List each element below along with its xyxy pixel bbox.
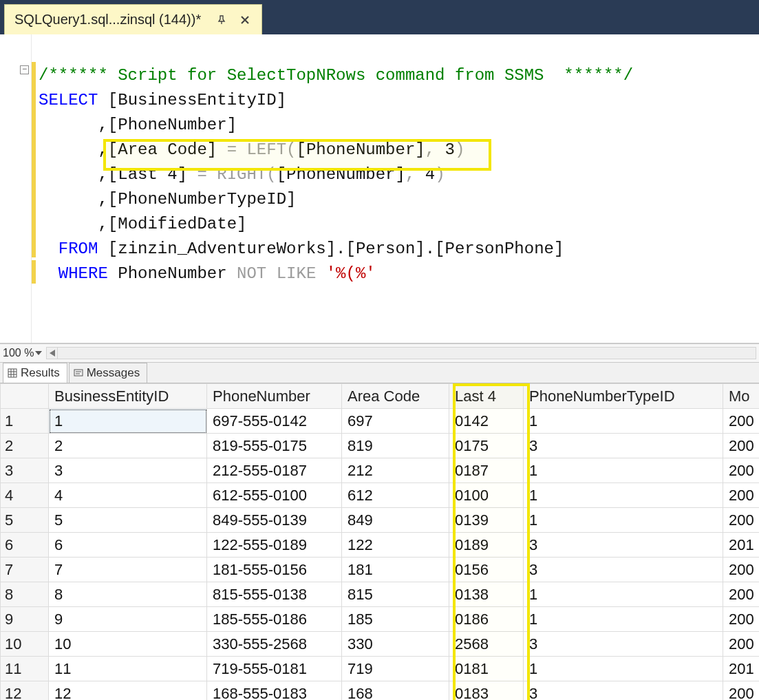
tab-results[interactable]: Results	[3, 363, 67, 383]
cell-beid[interactable]: 3	[49, 458, 207, 483]
table-row[interactable]: 77181-555-015618101563200	[1, 558, 760, 582]
cell-mod[interactable]: 200	[723, 632, 760, 657]
cell-last4[interactable]: 0156	[449, 558, 524, 582]
cell-ptype[interactable]: 1	[524, 483, 723, 508]
table-row[interactable]: 1111719-555-018171901811201	[1, 657, 760, 681]
cell-beid[interactable]: 1	[49, 409, 207, 434]
cell-phone[interactable]: 181-555-0156	[207, 558, 342, 582]
cell-ptype[interactable]: 3	[524, 632, 723, 657]
cell-last4[interactable]: 0138	[449, 582, 524, 607]
cell-area[interactable]: 330	[342, 632, 449, 657]
zoom-dropdown[interactable]: 100 %	[3, 347, 43, 359]
cell-mod[interactable]: 200	[723, 558, 760, 582]
cell-area[interactable]: 697	[342, 409, 449, 434]
rownum[interactable]: 9	[1, 607, 49, 632]
rownum[interactable]: 10	[1, 632, 49, 657]
cell-phone[interactable]: 612-555-0100	[207, 483, 342, 508]
cell-phone[interactable]: 849-555-0139	[207, 508, 342, 533]
cell-beid[interactable]: 6	[49, 533, 207, 558]
cell-area[interactable]: 168	[342, 681, 449, 701]
rownum[interactable]: 8	[1, 582, 49, 607]
cell-phone[interactable]: 330-555-2568	[207, 632, 342, 657]
table-row[interactable]: 99185-555-018618501861200	[1, 607, 760, 632]
cell-area[interactable]: 185	[342, 607, 449, 632]
cell-beid[interactable]: 10	[49, 632, 207, 657]
cell-last4[interactable]: 0187	[449, 458, 524, 483]
document-tab[interactable]: SQLQuery1.sql...zinsql (144))*	[4, 4, 262, 34]
header-rownum[interactable]	[1, 384, 49, 409]
rownum[interactable]: 2	[1, 434, 49, 458]
cell-last4[interactable]: 0181	[449, 657, 524, 681]
cell-mod[interactable]: 200	[723, 607, 760, 632]
cell-last4[interactable]: 2568	[449, 632, 524, 657]
cell-last4[interactable]: 0142	[449, 409, 524, 434]
rownum[interactable]: 3	[1, 458, 49, 483]
cell-ptype[interactable]: 3	[524, 533, 723, 558]
cell-beid[interactable]: 4	[49, 483, 207, 508]
cell-ptype[interactable]: 1	[524, 508, 723, 533]
cell-area[interactable]: 122	[342, 533, 449, 558]
cell-ptype[interactable]: 1	[524, 409, 723, 434]
cell-last4[interactable]: 0139	[449, 508, 524, 533]
cell-mod[interactable]: 200	[723, 483, 760, 508]
rownum[interactable]: 1	[1, 409, 49, 434]
table-row[interactable]: 55849-555-013984901391200	[1, 508, 760, 533]
cell-ptype[interactable]: 1	[524, 582, 723, 607]
header-phonenumbertypeid[interactable]: PhoneNumberTypeID	[524, 384, 723, 409]
cell-area[interactable]: 819	[342, 434, 449, 458]
results-grid[interactable]: BusinessEntityID PhoneNumber Area Code L…	[0, 383, 759, 700]
cell-area[interactable]: 612	[342, 483, 449, 508]
cell-last4[interactable]: 0175	[449, 434, 524, 458]
cell-phone[interactable]: 697-555-0142	[207, 409, 342, 434]
cell-last4[interactable]: 0186	[449, 607, 524, 632]
cell-mod[interactable]: 201	[723, 657, 760, 681]
table-row[interactable]: 22819-555-017581901753200	[1, 434, 760, 458]
cell-beid[interactable]: 11	[49, 657, 207, 681]
cell-beid[interactable]: 8	[49, 582, 207, 607]
cell-ptype[interactable]: 3	[524, 434, 723, 458]
cell-phone[interactable]: 815-555-0138	[207, 582, 342, 607]
cell-area[interactable]: 212	[342, 458, 449, 483]
cell-mod[interactable]: 200	[723, 409, 760, 434]
cell-ptype[interactable]: 1	[524, 607, 723, 632]
cell-mod[interactable]: 200	[723, 458, 760, 483]
header-businessentityid[interactable]: BusinessEntityID	[49, 384, 207, 409]
rownum[interactable]: 12	[1, 681, 49, 701]
cell-phone[interactable]: 185-555-0186	[207, 607, 342, 632]
rownum[interactable]: 5	[1, 508, 49, 533]
cell-ptype[interactable]: 1	[524, 458, 723, 483]
rownum[interactable]: 4	[1, 483, 49, 508]
cell-area[interactable]: 849	[342, 508, 449, 533]
cell-ptype[interactable]: 1	[524, 657, 723, 681]
header-phonenumber[interactable]: PhoneNumber	[207, 384, 342, 409]
cell-beid[interactable]: 7	[49, 558, 207, 582]
scroll-left-icon[interactable]	[47, 348, 58, 359]
header-areacode[interactable]: Area Code	[342, 384, 449, 409]
header-last4[interactable]: Last 4	[449, 384, 524, 409]
tab-messages[interactable]: Messages	[69, 363, 147, 383]
rownum[interactable]: 6	[1, 533, 49, 558]
header-modifieddate[interactable]: Mo	[723, 384, 760, 409]
cell-last4[interactable]: 0100	[449, 483, 524, 508]
cell-last4[interactable]: 0189	[449, 533, 524, 558]
table-row[interactable]: 11697-555-014269701421200	[1, 409, 760, 434]
cell-ptype[interactable]: 3	[524, 681, 723, 701]
table-row[interactable]: 1212168-555-018316801833200	[1, 681, 760, 701]
sql-editor[interactable]: /****** Script for SelectTopNRows comman…	[32, 34, 759, 343]
cell-mod[interactable]: 201	[723, 533, 760, 558]
rownum[interactable]: 11	[1, 657, 49, 681]
cell-beid[interactable]: 2	[49, 434, 207, 458]
cell-mod[interactable]: 200	[723, 434, 760, 458]
table-row[interactable]: 44612-555-010061201001200	[1, 483, 760, 508]
cell-ptype[interactable]: 3	[524, 558, 723, 582]
cell-beid[interactable]: 9	[49, 607, 207, 632]
cell-area[interactable]: 181	[342, 558, 449, 582]
pin-icon[interactable]	[212, 10, 231, 30]
horizontal-scrollbar[interactable]	[46, 347, 756, 359]
cell-area[interactable]: 719	[342, 657, 449, 681]
cell-phone[interactable]: 719-555-0181	[207, 657, 342, 681]
cell-beid[interactable]: 5	[49, 508, 207, 533]
cell-last4[interactable]: 0183	[449, 681, 524, 701]
table-row[interactable]: 66122-555-018912201893201	[1, 533, 760, 558]
cell-phone[interactable]: 819-555-0175	[207, 434, 342, 458]
